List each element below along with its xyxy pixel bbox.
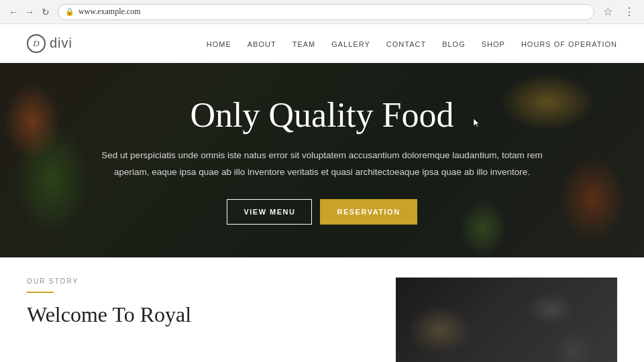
logo[interactable]: D divi	[27, 34, 72, 53]
lock-icon: 🔒	[65, 7, 74, 16]
view-menu-button[interactable]: VIEW MENU	[227, 199, 312, 225]
nav-item-shop[interactable]: SHOP	[482, 38, 505, 50]
story-section: OUR STORY Welcome To Royal	[27, 278, 369, 342]
bookmark-button[interactable]: ☆	[600, 4, 616, 20]
story-image	[396, 278, 617, 362]
nav-link-gallery[interactable]: GALLERY	[331, 40, 370, 48]
browser-chrome: ← → ↻ 🔒 www.example.com ☆ ⋮	[0, 0, 644, 24]
nav-link-team[interactable]: TEAM	[292, 40, 316, 48]
story-title: Welcome To Royal	[27, 302, 369, 327]
nav-item-blog[interactable]: BLOG	[442, 38, 466, 50]
nav-item-contact[interactable]: CONTACT	[386, 38, 426, 50]
nav-link-contact[interactable]: CONTACT	[386, 40, 426, 48]
nav-link-about[interactable]: ABOUT	[248, 40, 276, 48]
nav-item-hours[interactable]: HOURS OF OPERATION	[521, 38, 617, 50]
nav-buttons: ← → ↻	[7, 5, 52, 19]
nav-links: HOME ABOUT TEAM GALLERY CONTACT BLOG SHO…	[207, 38, 617, 50]
nav-link-shop[interactable]: SHOP	[482, 40, 505, 48]
website: D divi HOME ABOUT TEAM GALLERY CONTACT B…	[0, 24, 644, 362]
hero-title: Only Quality Food	[101, 96, 543, 134]
url-text: www.example.com	[78, 7, 141, 17]
forward-button[interactable]: →	[23, 5, 36, 19]
section-underline	[27, 292, 54, 293]
address-bar[interactable]: 🔒 www.example.com	[58, 4, 594, 20]
logo-name: divi	[50, 36, 72, 51]
hero-section: Only Quality Food Sed ut perspiciatis un…	[0, 63, 644, 257]
reload-button[interactable]: ↻	[39, 5, 52, 19]
nav-link-hours[interactable]: HOURS OF OPERATION	[521, 40, 617, 48]
nav-item-about[interactable]: ABOUT	[248, 38, 276, 50]
reservation-button[interactable]: RESERVATION	[320, 199, 417, 225]
back-button[interactable]: ←	[7, 5, 20, 19]
below-fold: OUR STORY Welcome To Royal	[0, 257, 644, 362]
more-menu-button[interactable]: ⋮	[621, 4, 637, 20]
nav-link-home[interactable]: HOME	[207, 40, 231, 48]
nav-item-gallery[interactable]: GALLERY	[331, 38, 370, 50]
top-nav: D divi HOME ABOUT TEAM GALLERY CONTACT B…	[0, 24, 644, 63]
section-label: OUR STORY	[27, 278, 369, 285]
nav-link-blog[interactable]: BLOG	[442, 40, 466, 48]
hero-content: Only Quality Food Sed ut perspiciatis un…	[87, 96, 557, 225]
nav-item-home[interactable]: HOME	[207, 38, 231, 50]
nav-item-team[interactable]: TEAM	[292, 38, 316, 50]
hero-buttons: VIEW MENU RESERVATION	[101, 199, 543, 225]
hero-subtitle: Sed ut perspiciatis unde omnis iste natu…	[101, 147, 543, 180]
logo-icon: D	[27, 34, 46, 53]
